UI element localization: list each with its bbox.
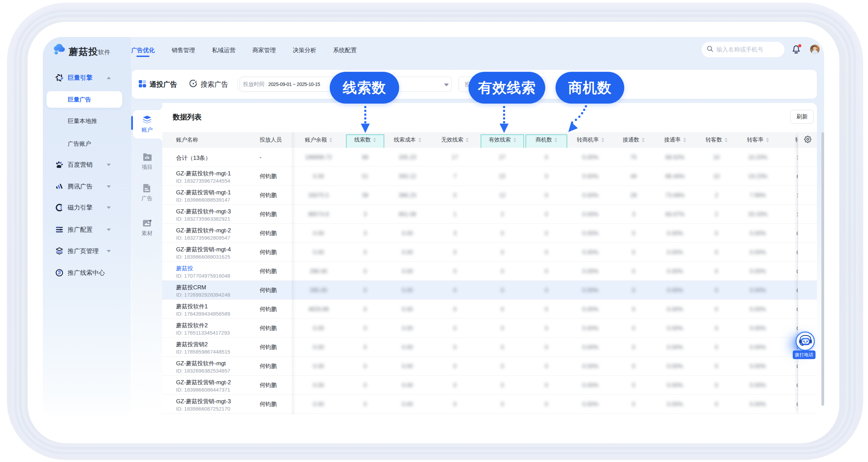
cell-metric: 3 xyxy=(345,224,385,243)
column-settings-header[interactable] xyxy=(798,132,817,148)
col-header-7[interactable]: 商机数 xyxy=(525,132,568,148)
sort-icon[interactable] xyxy=(329,138,332,142)
sort-icon[interactable] xyxy=(513,138,516,142)
assistant-robot-icon[interactable] xyxy=(795,331,815,351)
sidebar-subitem-2[interactable]: 广告账户 xyxy=(43,136,131,151)
sort-icon[interactable] xyxy=(373,138,376,142)
nav-item-4[interactable]: 决策分析 xyxy=(293,47,316,54)
sidebar-item-3[interactable]: 磁力引擎 xyxy=(43,200,131,215)
cell-account-name[interactable]: GZ-蘑菇投软件-mgt-2ID: 1832735962809547 xyxy=(162,224,252,243)
sidebar-subitem-1[interactable]: 巨量本地推 xyxy=(43,113,131,128)
sort-icon[interactable] xyxy=(642,138,645,142)
cell-metric: 0 xyxy=(430,395,480,414)
table-row[interactable]: GZ-蘑菇投营销-mgt-1ID: 1839866088539147何钧鹏330… xyxy=(162,186,817,205)
chevron-down-icon xyxy=(107,164,111,166)
col-header-13[interactable]: 转化数 xyxy=(779,132,798,148)
cell-account-name[interactable]: GZ-蘑菇投营销-mgt-4ID: 1839866088031625 xyxy=(162,243,252,262)
cell-account-name[interactable]: 蘑菇投软件1ID: 1764399434856589 xyxy=(162,300,252,319)
sort-icon[interactable] xyxy=(683,138,686,142)
nav-item-3[interactable]: 商家管理 xyxy=(252,47,276,54)
tab-feed-ads[interactable]: 通投广告 xyxy=(139,70,177,99)
table-row[interactable]: 蘑菇投ID: 1707704975916048何钧鹏286.6600.00000… xyxy=(162,262,817,281)
nav-item-2[interactable]: 私域运营 xyxy=(212,47,235,54)
col-header-2[interactable]: 账户余额 xyxy=(292,132,345,148)
cell-metric: 2 xyxy=(480,205,525,224)
cell-metric: 17 xyxy=(430,148,480,167)
cell-metric: 0.00 xyxy=(385,224,430,243)
tab-search-ads[interactable]: 搜索广告 xyxy=(190,70,228,99)
col-header-1[interactable]: 投放人员 xyxy=(252,132,292,148)
sort-icon[interactable] xyxy=(725,138,727,142)
nav-item-0[interactable]: 广告优化 xyxy=(131,47,155,54)
table-row[interactable]: 蘑菇投营销2ID: 1785859867448515何钧鹏0.0000.0000… xyxy=(162,338,817,357)
sidebar-item-6[interactable]: 推广线索中心 xyxy=(43,265,131,280)
col-header-10[interactable]: 接通率 xyxy=(654,132,696,148)
table-row[interactable]: 蘑菇投软件1ID: 1764399434856589何钧鹏4829.8800.0… xyxy=(162,300,817,319)
table-row[interactable]: GZ-蘑菇投营销-mgt-4ID: 1839866088031625何钧鹏0.0… xyxy=(162,243,817,262)
cell-account-name[interactable]: 合计（13条） xyxy=(162,148,252,167)
col-header-12[interactable]: 转客率 xyxy=(737,132,779,148)
sort-icon[interactable] xyxy=(466,138,469,142)
col-header-0[interactable]: 账户名称 xyxy=(162,132,252,148)
nav-item-1[interactable]: 销售管理 xyxy=(172,47,195,54)
top-navigation: 广告优化 销售管理 私域运营 商家管理 决策分析 系统配置 xyxy=(131,47,357,54)
col-header-5[interactable]: 无效线索 xyxy=(430,132,480,148)
sort-icon[interactable] xyxy=(418,138,421,142)
col-header-11[interactable]: 转客数 xyxy=(696,132,737,148)
cell-account-name[interactable]: GZ-蘑菇投软件-mgt-1ID: 1832735967244554 xyxy=(162,167,252,186)
user-avatar[interactable] xyxy=(810,45,820,54)
table-row[interactable]: GZ-蘑菇投软件-mgt-3ID: 1832735963382921何钧鹏885… xyxy=(162,205,817,224)
table-row[interactable]: 合计（13条）-188898.7298205.23172700.00%7568.… xyxy=(162,148,817,167)
cell-metric: 0.00% xyxy=(654,281,696,300)
table-row[interactable]: GZ-蘑菇投营销-mgt-2ID: 1839866086447371何钧鹏0.0… xyxy=(162,376,817,395)
sort-icon[interactable] xyxy=(601,138,604,142)
cell-clipped: 1 xyxy=(779,186,798,205)
global-search[interactable] xyxy=(702,42,784,57)
sidebar-subitem-0[interactable]: 巨量广告 xyxy=(43,92,131,107)
cell-account-name[interactable]: 蘑菇投ID: 1707704975916048 xyxy=(162,262,252,281)
refresh-button[interactable]: 刷新 xyxy=(790,110,814,124)
sidebar-item-1[interactable]: 百度营销 xyxy=(43,157,131,172)
assistant-call-label[interactable]: 拨打电话 xyxy=(793,350,816,359)
nav-item-5[interactable]: 系统配置 xyxy=(333,47,357,54)
vertical-scrollbar[interactable] xyxy=(821,132,824,406)
rail-item-2[interactable]: 广告 xyxy=(132,184,162,202)
sidebar-item-5[interactable]: 推广页管理 xyxy=(43,243,131,259)
search-icon xyxy=(707,46,713,54)
cell-account-name[interactable]: 蘑菇投营销2ID: 1785859867448515 xyxy=(162,338,252,357)
col-header-8[interactable]: 转商机率 xyxy=(568,132,613,148)
cell-account-name[interactable]: GZ-蘑菇投营销-mgt-1ID: 1839866088539147 xyxy=(162,186,252,205)
table-row[interactable]: GZ-蘑菇投软件-mgtID: 1832696382534857何钧鹏0.000… xyxy=(162,357,817,376)
cell-metric: 0.00% xyxy=(654,243,696,262)
table-row[interactable]: GZ-蘑菇投软件-mgt-1ID: 1832735967244554何钧鹏0.0… xyxy=(162,167,817,186)
col-header-3[interactable]: 线索数 xyxy=(345,132,385,148)
rail-item-1[interactable]: 项目 xyxy=(132,153,162,171)
callout-arrow-dots xyxy=(503,106,505,125)
cell-account-name[interactable]: 蘑菇投软件2ID: 1765113345417293 xyxy=(162,319,252,338)
table-row[interactable]: GZ-蘑菇投营销-mgt-3ID: 1839866087252170何钧鹏0.0… xyxy=(162,395,817,414)
cell-account-name[interactable]: 蘑菇投CRMID: 1726992928394248 xyxy=(162,281,252,300)
cell-metric: 0 xyxy=(480,357,525,376)
table-row[interactable]: GZ-蘑菇投软件-mgt-2ID: 1832735962809547何钧鹏0.0… xyxy=(162,224,817,243)
cell-account-name[interactable]: GZ-蘑菇投营销-mgt-3ID: 1839866087252170 xyxy=(162,395,252,414)
rail-item-3[interactable]: 素材 xyxy=(132,220,162,237)
sort-icon[interactable] xyxy=(766,138,769,142)
cell-account-name[interactable]: GZ-蘑菇投软件-mgt-3ID: 1832735963382921 xyxy=(162,205,252,224)
sort-icon[interactable] xyxy=(554,138,557,142)
cell-clipped: 0 xyxy=(779,300,798,319)
cell-person: 何钧鹏 xyxy=(252,395,292,414)
search-input[interactable] xyxy=(716,46,780,53)
sidebar-item-4[interactable]: 推广配置 xyxy=(43,222,131,237)
table-row[interactable]: 蘑菇投软件2ID: 1765113345417293何钧鹏0.0000.0000… xyxy=(162,319,817,338)
date-range-picker[interactable]: 投放时间2025-09-01 ~ 2025-10-15 xyxy=(240,77,342,92)
sidebar-item-2[interactable]: 腾讯广告 xyxy=(43,179,131,194)
cell-metric: 286.66 xyxy=(292,262,345,281)
col-header-4[interactable]: 线索成本 xyxy=(385,132,430,148)
rail-item-0[interactable]: 账户 xyxy=(132,116,162,134)
cell-account-name[interactable]: GZ-蘑菇投营销-mgt-2ID: 1839866086447371 xyxy=(162,376,252,395)
col-header-9[interactable]: 接通数 xyxy=(613,132,654,148)
col-header-6[interactable]: 有效线索 xyxy=(480,132,525,148)
cell-account-name[interactable]: GZ-蘑菇投软件-mgtID: 1832696382534857 xyxy=(162,357,252,376)
table-row[interactable]: 蘑菇投CRMID: 1726992928394248何钧鹏285.0500.00… xyxy=(162,281,817,300)
sidebar-item-0[interactable]: 巨量引擎 xyxy=(43,70,131,85)
